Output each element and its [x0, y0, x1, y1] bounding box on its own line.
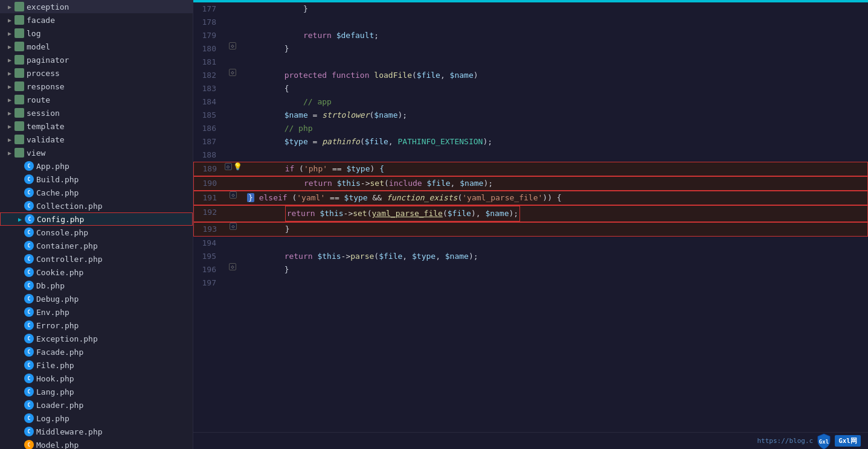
fold-icon[interactable]: ◇	[230, 223, 237, 230]
sidebar-item-hook-php[interactable]: C Hook.php	[0, 372, 193, 385]
fold-icon[interactable]: ◇	[229, 263, 236, 270]
php-file-icon: C	[24, 228, 34, 237]
sidebar-item-label: Log.php	[36, 414, 69, 423]
sidebar-item-db-php[interactable]: C Db.php	[0, 279, 193, 292]
line-number: 182	[193, 69, 223, 82]
file-tree[interactable]: exception facade log model paginator pro…	[0, 0, 193, 449]
gutter: ◇	[224, 191, 242, 199]
sidebar-item-label: Config.php	[37, 215, 84, 224]
sidebar-item-app-php[interactable]: C App.php	[0, 159, 193, 173]
sidebar-item-env-php[interactable]: C Env.php	[0, 305, 193, 319]
line-number: 195	[193, 250, 223, 263]
sidebar-item-label: paginator	[27, 56, 69, 65]
code-line-191: 191 ◇ } elseif ('yaml' == $type && funct…	[193, 191, 868, 205]
sidebar-item-middleware-php[interactable]: C Middleware.php	[0, 425, 193, 438]
sidebar-item-route[interactable]: route	[0, 93, 193, 106]
sidebar-item-cache-php[interactable]: C Cache.php	[0, 186, 193, 199]
code-line-189: 189 ◇ 💡 if ('php' == $type) {	[193, 162, 868, 176]
arrow-icon	[5, 30, 14, 37]
php-file-icon: C	[24, 400, 34, 410]
arrow-icon	[5, 17, 14, 24]
sidebar-item-label: Controller.php	[36, 255, 103, 264]
line-number: 190	[194, 177, 224, 190]
line-number: 185	[193, 109, 223, 122]
code-line: 181	[193, 56, 868, 69]
sidebar-item-response[interactable]: response	[0, 80, 193, 93]
sidebar-item-session[interactable]: session	[0, 106, 193, 119]
sidebar-item-facade-php[interactable]: C Facade.php	[0, 345, 193, 358]
arrow-icon	[5, 4, 14, 10]
sidebar-item-console-php[interactable]: C Console.php	[0, 226, 193, 239]
code-text: if ('php' == $type) {	[242, 162, 867, 176]
folder-icon	[14, 108, 24, 118]
sidebar-item-controller-php[interactable]: C Controller.php	[0, 252, 193, 266]
gutter: ◇	[223, 69, 242, 76]
sidebar-item-container-php[interactable]: C Container.php	[0, 239, 193, 252]
line-number: 187	[193, 135, 223, 148]
sidebar-item-label: template	[27, 122, 65, 131]
code-text: {	[242, 82, 868, 95]
code-line: 195 return $this->parse($file, $type, $n…	[193, 250, 868, 263]
gutter: ◇	[223, 263, 242, 270]
sidebar-item-facade[interactable]: facade	[0, 13, 193, 27]
line-number: 192	[194, 206, 224, 219]
sidebar-item-log[interactable]: log	[0, 27, 193, 40]
folder-icon	[14, 55, 24, 65]
sidebar-item-collection-php[interactable]: C Collection.php	[0, 199, 193, 212]
arrow-icon	[5, 123, 14, 130]
line-number: 184	[193, 95, 223, 109]
code-text: }	[242, 263, 868, 276]
arrow-icon	[5, 43, 14, 50]
folder-icon	[14, 121, 24, 131]
code-line: 194	[193, 237, 868, 250]
php-file-icon: C	[24, 241, 34, 250]
sidebar-item-loader-php[interactable]: C Loader.php	[0, 398, 193, 412]
sidebar-item-exception[interactable]: exception	[0, 0, 193, 13]
php-file-icon: C	[24, 334, 34, 343]
sidebar-item-log-php[interactable]: C Log.php	[0, 412, 193, 425]
lightbulb-icon[interactable]: 💡	[233, 162, 242, 171]
svg-text:Gxl: Gxl	[819, 439, 829, 445]
sidebar-item-validate[interactable]: validate	[0, 133, 193, 146]
sidebar-item-config-php[interactable]: C Config.php	[0, 212, 193, 226]
code-text: return $this->set(include $file, $name);	[242, 177, 867, 190]
arrow-icon	[5, 150, 14, 156]
sidebar-item-error-php[interactable]: C Error.php	[0, 319, 193, 332]
code-text: protected function loadFile($file, $name…	[242, 69, 868, 82]
sidebar-item-lang-php[interactable]: C Lang.php	[0, 385, 193, 398]
sidebar-item-debug-php[interactable]: C Debug.php	[0, 292, 193, 305]
sidebar-item-cookie-php[interactable]: C Cookie.php	[0, 266, 193, 279]
fold-icon[interactable]: ◇	[230, 191, 237, 199]
sidebar-item-model-php[interactable]: C Model.php	[0, 438, 193, 449]
line-number: 179	[193, 29, 223, 42]
sidebar-item-template[interactable]: template	[0, 119, 193, 133]
php-file-icon: C	[24, 174, 34, 184]
sidebar-item-label: view	[27, 148, 45, 158]
code-content-area[interactable]: 177 } 178 179 return $default; 180 ◇	[193, 2, 868, 432]
code-line-193: 193 ◇ }	[193, 222, 868, 237]
code-text: }	[242, 223, 867, 236]
folder-icon	[14, 135, 24, 144]
fold-icon[interactable]: ◇	[229, 42, 236, 49]
php-file-icon: C	[24, 307, 34, 317]
sidebar-item-file-php[interactable]: C File.php	[0, 358, 193, 372]
sidebar-item-label: model	[27, 42, 50, 51]
code-line-192: 192 return $this->set(yaml_parse_file($f…	[193, 205, 868, 222]
arrow-icon	[5, 110, 14, 116]
fold-icon[interactable]: ◇	[229, 69, 236, 76]
sidebar-item-process[interactable]: process	[0, 66, 193, 80]
code-line-190: 190 return $this->set(include $file, $na…	[193, 176, 868, 191]
sidebar-item-model[interactable]: model	[0, 40, 193, 53]
sidebar-item-label: Db.php	[36, 281, 65, 290]
php-file-icon: C	[25, 214, 34, 224]
sidebar-item-view[interactable]: view	[0, 146, 193, 159]
sidebar-item-exception-php[interactable]: C Exception.php	[0, 332, 193, 345]
fold-icon[interactable]: ◇	[225, 163, 232, 170]
code-line: 196 ◇ }	[193, 263, 868, 276]
code-text: }	[242, 2, 868, 16]
code-line: 178	[193, 16, 868, 29]
sidebar-item-build-php[interactable]: C Build.php	[0, 173, 193, 186]
php-file-icon: C	[24, 374, 34, 383]
sidebar-item-paginator[interactable]: paginator	[0, 53, 193, 66]
php-file-icon: C	[24, 427, 34, 436]
